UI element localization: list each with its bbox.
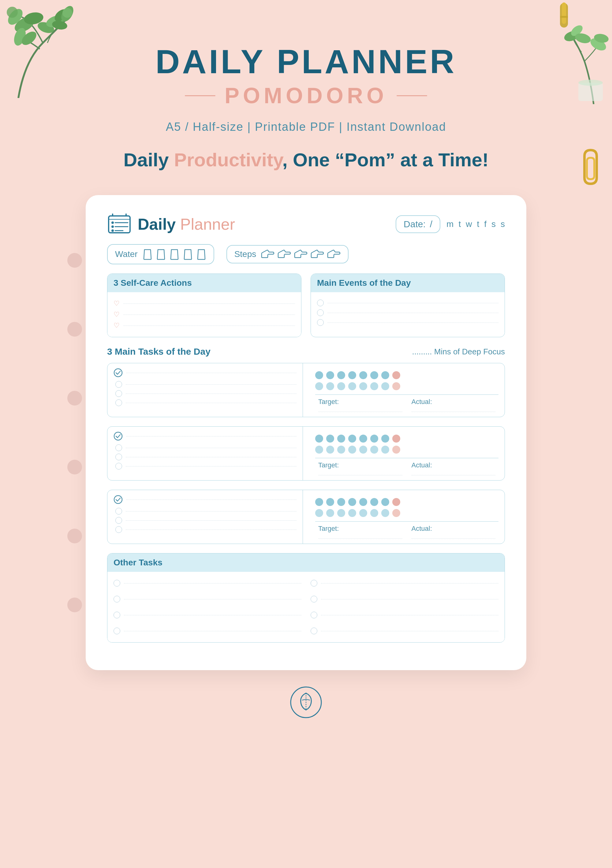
task-1-main	[114, 368, 297, 377]
target-label-1: Target:	[318, 398, 402, 406]
task-block-2: Target: Actual:	[107, 426, 505, 480]
task-3-sub-3	[114, 526, 297, 533]
other-task-circle-r2	[311, 596, 317, 603]
task-1-sub-3	[114, 399, 297, 406]
heart-icon-3: ♡	[114, 322, 120, 330]
other-task-circle-2	[114, 596, 120, 603]
day-w: w	[466, 219, 472, 229]
task-1-main-line	[127, 373, 297, 373]
other-task-right-3	[311, 612, 498, 618]
day-s1: s	[491, 219, 496, 229]
event-dotted-3	[328, 322, 498, 323]
tagline-part1: Daily	[123, 149, 174, 170]
task-3-sub-2	[114, 517, 297, 524]
water-label: Water	[115, 249, 138, 259]
planner-logo-icon	[107, 214, 131, 235]
other-task-2	[114, 596, 301, 603]
check-icon-2	[114, 432, 123, 441]
task-2-sub-circle-1	[115, 445, 122, 451]
task-3-dots-row-1	[315, 498, 498, 506]
dot-1-3	[337, 371, 345, 379]
circle-icon-3	[317, 319, 324, 326]
heart-icon-1: ♡	[114, 299, 120, 307]
date-box: Date: /	[396, 215, 440, 233]
dotted-line-2	[123, 315, 295, 315]
deep-focus-label: ......... Mins of Deep Focus	[412, 347, 505, 356]
target-label-3: Target:	[318, 525, 402, 533]
day-s2: s	[501, 219, 505, 229]
tagline-part2: Productivity	[174, 149, 283, 170]
planner-card: Daily Planner Date: / m t w t f s s	[86, 195, 526, 670]
target-col-3: Target:	[315, 525, 405, 539]
other-task-right-4	[311, 628, 498, 634]
task-2-target-actual: Target: Actual:	[315, 458, 498, 475]
water-cup-4	[183, 248, 193, 260]
event-line-3	[317, 319, 498, 326]
svg-point-28	[111, 225, 114, 228]
dot-2-8	[392, 382, 400, 390]
dotted-line-1	[123, 304, 295, 304]
check-icon-1	[114, 368, 123, 377]
date-area: Date: / m t w t f s s	[396, 215, 505, 233]
task-1-left	[107, 363, 303, 417]
other-task-3	[114, 612, 301, 618]
planner-logo: Daily Planner	[107, 214, 235, 235]
other-task-circle-r4	[311, 628, 317, 634]
event-line-2	[317, 309, 498, 316]
day-t1: t	[458, 219, 461, 229]
actual-line-1	[411, 408, 496, 412]
day-letters: m t w t f s s	[447, 219, 505, 229]
dot-1-5	[359, 371, 367, 379]
water-section: Water	[107, 244, 214, 264]
task-2-right: Target: Actual:	[309, 427, 505, 480]
task-3-dots-row-2	[315, 509, 498, 517]
svg-point-40	[114, 496, 122, 504]
dash-left	[185, 95, 215, 96]
steps-section: Steps	[226, 245, 349, 264]
date-slash: /	[430, 219, 433, 229]
other-task-right-1	[311, 580, 498, 586]
dot-1-4	[348, 371, 356, 379]
day-f: f	[484, 219, 487, 229]
self-care-box: 3 Self-Care Actions ♡ ♡ ♡	[107, 273, 301, 337]
main-title: DAILY PLANNER	[123, 43, 488, 80]
task-3-sub-1	[114, 508, 297, 515]
task-3-sub-circle-1	[115, 508, 122, 515]
dot-2-2	[326, 382, 334, 390]
heart-icon-2: ♡	[114, 311, 120, 319]
target-col-1: Target:	[315, 398, 405, 412]
water-cup-3	[170, 248, 179, 260]
footer-brand-icon	[289, 685, 323, 719]
task-3-right: Target: Actual:	[309, 490, 505, 544]
svg-point-38	[114, 369, 122, 377]
other-task-4	[114, 628, 301, 634]
dot-1-2	[326, 371, 334, 379]
main-events-body	[311, 292, 505, 333]
target-label-2: Target:	[318, 461, 402, 469]
task-3-left	[107, 490, 303, 544]
step-icon-3	[294, 250, 308, 259]
dot-1-8	[392, 371, 400, 379]
dotted-line-3	[123, 326, 295, 326]
task-2-dots-row-2	[315, 446, 498, 454]
daily-word: Daily	[138, 215, 176, 233]
step-icon-5	[327, 250, 341, 259]
task-1-target-actual: Target: Actual:	[315, 394, 498, 412]
task-2-sub-circle-2	[115, 454, 122, 460]
planner-header: Daily Planner Date: / m t w t f s s	[107, 214, 505, 235]
task-2-main	[114, 432, 297, 441]
svg-rect-25	[109, 219, 130, 220]
page-content: DAILY PLANNER POMODORO A5 / Half-size | …	[0, 0, 612, 868]
side-dot-4	[67, 460, 82, 474]
pomodoro-line: POMODORO	[123, 83, 488, 108]
other-tasks-box: Other Tasks	[107, 553, 505, 643]
other-tasks-header: Other Tasks	[107, 553, 505, 572]
side-dot-1	[67, 253, 82, 268]
circle-icon-1	[317, 299, 324, 306]
water-cup-1	[142, 248, 152, 260]
task-block-3: Target: Actual:	[107, 490, 505, 544]
steps-icons	[261, 250, 341, 259]
step-icon-2	[278, 250, 291, 259]
task-3-target-actual: Target: Actual:	[315, 521, 498, 539]
other-task-1	[114, 580, 301, 586]
